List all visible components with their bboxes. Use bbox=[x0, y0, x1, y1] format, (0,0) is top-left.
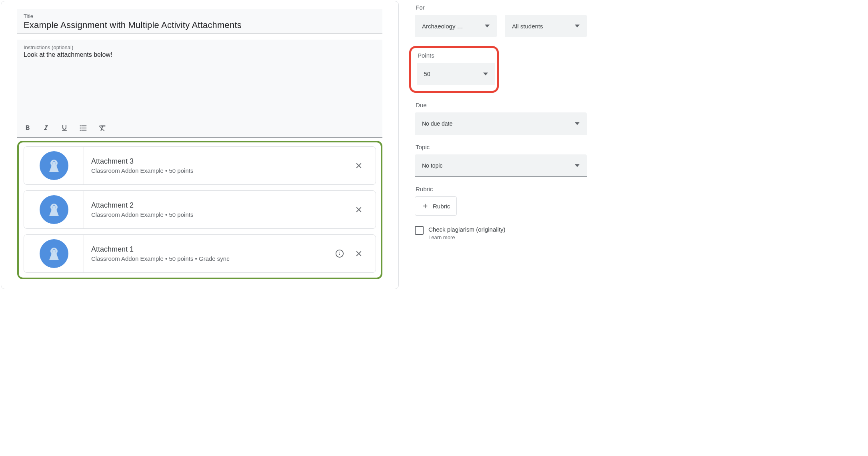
bulleted-list-icon bbox=[79, 124, 88, 132]
assignment-sidebar: For Archaeology … All students Points 50 bbox=[415, 0, 591, 289]
chevron-down-icon bbox=[485, 24, 490, 28]
bold-button[interactable] bbox=[24, 124, 32, 132]
bold-icon bbox=[24, 124, 32, 132]
close-icon bbox=[354, 161, 363, 170]
clear-formatting-button[interactable] bbox=[98, 124, 107, 132]
svg-rect-5 bbox=[52, 250, 56, 253]
attachment-title: Attachment 1 bbox=[91, 245, 330, 254]
rubric-button-label: Rubric bbox=[433, 203, 450, 210]
bulleted-list-button[interactable] bbox=[79, 124, 88, 132]
plagiarism-checkbox[interactable] bbox=[415, 226, 424, 235]
for-label: For bbox=[416, 4, 587, 11]
svg-point-8 bbox=[339, 252, 340, 252]
points-value: 50 bbox=[424, 71, 480, 77]
attachment-subtitle: Classroom Addon Example • 50 points bbox=[91, 211, 349, 218]
title-field[interactable]: Title bbox=[17, 9, 382, 34]
remove-attachment-button[interactable] bbox=[349, 156, 368, 175]
due-date-value: No due date bbox=[422, 120, 572, 127]
attachment-thumbnail bbox=[24, 191, 84, 228]
attachment-card[interactable]: Attachment 3 Classroom Addon Example • 5… bbox=[24, 146, 376, 185]
topic-label: Topic bbox=[416, 144, 587, 150]
instructions-text[interactable]: Look at the attachments below! bbox=[24, 51, 376, 58]
close-icon bbox=[354, 249, 363, 258]
chevron-down-icon bbox=[483, 72, 488, 76]
attachment-card[interactable]: Attachment 2 Classroom Addon Example • 5… bbox=[24, 190, 376, 229]
class-select-value: Archaeology … bbox=[422, 23, 482, 30]
attachment-title: Attachment 3 bbox=[91, 157, 349, 166]
addon-icon bbox=[40, 151, 68, 180]
points-label: Points bbox=[418, 52, 491, 59]
italic-icon bbox=[42, 124, 50, 132]
attachments-container: Attachment 3 Classroom Addon Example • 5… bbox=[17, 141, 382, 279]
italic-button[interactable] bbox=[42, 124, 50, 132]
students-select-value: All students bbox=[512, 23, 572, 30]
learn-more-link[interactable]: Learn more bbox=[428, 234, 455, 240]
remove-attachment-button[interactable] bbox=[349, 200, 368, 219]
attachment-title: Attachment 2 bbox=[91, 201, 349, 210]
students-select[interactable]: All students bbox=[505, 15, 587, 37]
underline-button[interactable] bbox=[60, 124, 68, 132]
close-icon bbox=[354, 205, 363, 214]
info-icon bbox=[335, 249, 344, 258]
plagiarism-label: Check plagiarism (originality) bbox=[428, 226, 506, 233]
chevron-down-icon bbox=[575, 121, 580, 126]
underline-icon bbox=[60, 124, 68, 132]
remove-attachment-button[interactable] bbox=[349, 244, 368, 263]
attachment-card[interactable]: Attachment 1 Classroom Addon Example • 5… bbox=[24, 234, 376, 273]
formatting-toolbar bbox=[17, 120, 382, 138]
title-label: Title bbox=[24, 13, 376, 19]
attachment-info-button[interactable] bbox=[330, 244, 349, 263]
topic-value: No topic bbox=[422, 162, 572, 169]
title-input[interactable] bbox=[24, 20, 376, 30]
attachment-subtitle: Classroom Addon Example • 50 points bbox=[91, 167, 349, 174]
plus-icon bbox=[422, 202, 429, 210]
due-label: Due bbox=[416, 102, 587, 108]
attachment-thumbnail bbox=[24, 147, 84, 184]
attachment-thumbnail bbox=[24, 235, 84, 272]
attachment-subtitle: Classroom Addon Example • 50 points • Gr… bbox=[91, 255, 330, 262]
chevron-down-icon bbox=[575, 24, 580, 28]
class-select[interactable]: Archaeology … bbox=[415, 15, 497, 37]
instructions-field[interactable]: Instructions (optional) Look at the atta… bbox=[17, 40, 382, 120]
addon-icon bbox=[40, 195, 68, 224]
points-highlight: Points 50 bbox=[409, 46, 499, 93]
topic-select[interactable]: No topic bbox=[415, 154, 587, 177]
instructions-label: Instructions (optional) bbox=[24, 44, 376, 50]
due-date-select[interactable]: No due date bbox=[415, 112, 587, 135]
assignment-editor-card: Title Instructions (optional) Look at th… bbox=[1, 1, 399, 289]
add-rubric-button[interactable]: Rubric bbox=[415, 196, 457, 216]
svg-rect-1 bbox=[52, 162, 56, 165]
clear-formatting-icon bbox=[98, 124, 107, 132]
svg-rect-3 bbox=[52, 206, 56, 209]
chevron-down-icon bbox=[575, 163, 580, 168]
addon-icon bbox=[40, 239, 68, 268]
points-select[interactable]: 50 bbox=[417, 63, 495, 85]
rubric-label: Rubric bbox=[416, 186, 587, 192]
